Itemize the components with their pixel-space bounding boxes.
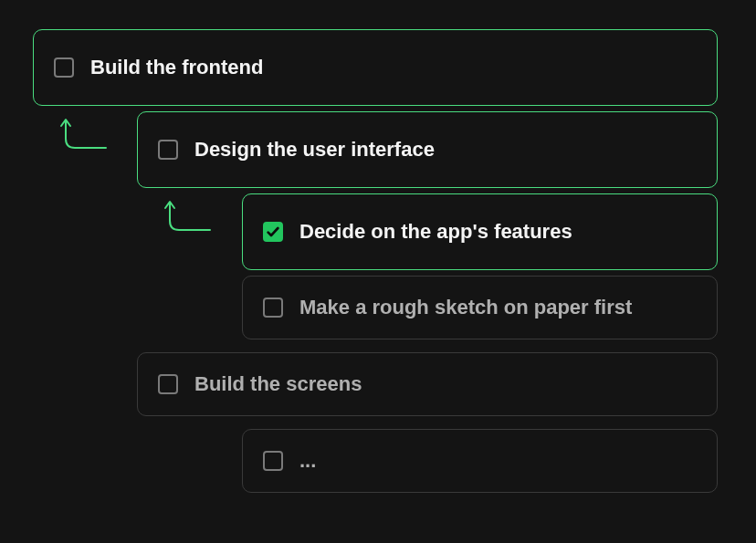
- task-sketch[interactable]: Make a rough sketch on paper first: [242, 276, 718, 339]
- task-label: Design the user interface: [194, 138, 435, 162]
- checkbox[interactable]: [263, 298, 283, 318]
- check-icon: [266, 225, 280, 239]
- task-label: Build the screens: [194, 372, 362, 396]
- task-tree: Build the frontend Design the user inter…: [0, 0, 756, 543]
- task-label: Build the frontend: [90, 56, 263, 79]
- task-design-ui[interactable]: Design the user interface: [137, 111, 718, 188]
- checkbox[interactable]: [158, 140, 178, 160]
- checkbox[interactable]: [54, 57, 74, 78]
- task-screens[interactable]: Build the screens: [137, 352, 718, 416]
- task-label: ...: [299, 449, 316, 473]
- task-label: Make a rough sketch on paper first: [299, 296, 632, 319]
- parent-arrow-icon: [161, 197, 215, 243]
- task-features[interactable]: Decide on the app's features: [242, 193, 718, 270]
- task-label: Decide on the app's features: [299, 220, 572, 244]
- checkbox[interactable]: [158, 374, 178, 394]
- task-more[interactable]: ...: [242, 429, 718, 493]
- checkbox[interactable]: [263, 451, 283, 471]
- checkbox-checked[interactable]: [263, 222, 283, 242]
- task-build-frontend[interactable]: Build the frontend: [33, 29, 718, 106]
- parent-arrow-icon: [57, 115, 111, 161]
